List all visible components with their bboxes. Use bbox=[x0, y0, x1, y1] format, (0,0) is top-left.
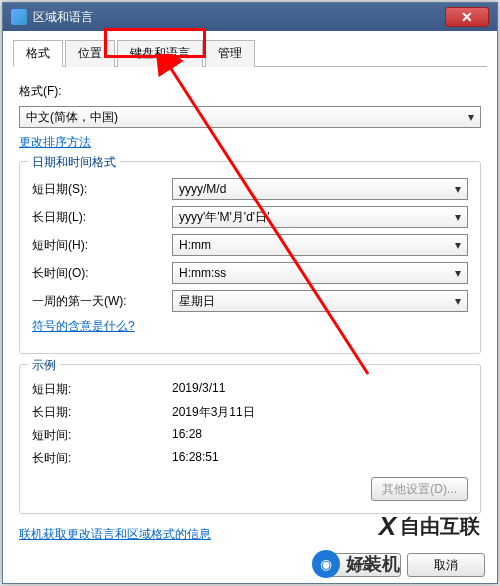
long-date-label: 长日期(L): bbox=[32, 209, 172, 226]
format-label: 格式(F): bbox=[19, 83, 481, 100]
first-day-dropdown[interactable]: 星期日 bbox=[172, 290, 468, 312]
tab-format[interactable]: 格式 bbox=[13, 40, 63, 67]
sort-method-link[interactable]: 更改排序方法 bbox=[19, 135, 91, 149]
watermark-2-text: 好装机 bbox=[346, 552, 400, 576]
datetime-group: 日期和时间格式 短日期(S): yyyy/M/d 长日期(L): yyyy'年'… bbox=[19, 161, 481, 354]
datetime-group-title: 日期和时间格式 bbox=[28, 154, 120, 171]
watermark-2: ◉ 好装机 bbox=[312, 550, 400, 578]
ex-long-time-value: 16:28:51 bbox=[172, 450, 468, 467]
short-time-dropdown[interactable]: H:mm bbox=[172, 234, 468, 256]
region-language-window: 区域和语言 ✕ 格式 位置 键盘和语言 管理 格式(F): 中文(简体，中国) … bbox=[2, 2, 498, 584]
short-date-label: 短日期(S): bbox=[32, 181, 172, 198]
first-day-value: 星期日 bbox=[179, 293, 215, 310]
ex-short-time-value: 16:28 bbox=[172, 427, 468, 444]
ex-short-date-value: 2019/3/11 bbox=[172, 381, 468, 398]
format-dropdown[interactable]: 中文(简体，中国) bbox=[19, 106, 481, 128]
short-time-label: 短时间(H): bbox=[32, 237, 172, 254]
format-value: 中文(简体，中国) bbox=[26, 109, 118, 126]
camera-icon: ◉ bbox=[312, 550, 340, 578]
tab-content-format: 格式(F): 中文(简体，中国) 更改排序方法 日期和时间格式 短日期(S): … bbox=[13, 67, 487, 555]
short-date-dropdown[interactable]: yyyy/M/d bbox=[172, 178, 468, 200]
tab-keyboard-language[interactable]: 键盘和语言 bbox=[117, 40, 203, 67]
window-title: 区域和语言 bbox=[33, 9, 445, 26]
example-group: 示例 短日期: 2019/3/11 长日期: 2019年3月11日 短时间: 1… bbox=[19, 364, 481, 514]
online-info-link[interactable]: 联机获取更改语言和区域格式的信息 bbox=[19, 527, 211, 541]
client-area: 格式 位置 键盘和语言 管理 格式(F): 中文(简体，中国) 更改排序方法 日… bbox=[3, 31, 497, 563]
close-button[interactable]: ✕ bbox=[445, 7, 489, 27]
symbol-meaning-link[interactable]: 符号的含意是什么? bbox=[32, 319, 135, 333]
titlebar: 区域和语言 ✕ bbox=[3, 3, 497, 31]
cancel-button[interactable]: 取消 bbox=[407, 553, 485, 577]
short-time-value: H:mm bbox=[179, 238, 211, 252]
globe-icon bbox=[11, 9, 27, 25]
long-date-dropdown[interactable]: yyyy'年'M'月'd'日' bbox=[172, 206, 468, 228]
long-time-value: H:mm:ss bbox=[179, 266, 226, 280]
ex-long-date-label: 长日期: bbox=[32, 404, 172, 421]
tab-admin[interactable]: 管理 bbox=[205, 40, 255, 67]
tab-strip: 格式 位置 键盘和语言 管理 bbox=[13, 39, 487, 67]
other-settings-button[interactable]: 其他设置(D)... bbox=[371, 477, 468, 501]
long-time-dropdown[interactable]: H:mm:ss bbox=[172, 262, 468, 284]
example-group-title: 示例 bbox=[28, 357, 60, 374]
ex-long-date-value: 2019年3月11日 bbox=[172, 404, 468, 421]
long-date-value: yyyy'年'M'月'd'日' bbox=[179, 209, 269, 226]
watermark-x-icon: X bbox=[379, 511, 396, 542]
tab-location[interactable]: 位置 bbox=[65, 40, 115, 67]
ex-short-date-label: 短日期: bbox=[32, 381, 172, 398]
ex-short-time-label: 短时间: bbox=[32, 427, 172, 444]
watermark-1-text: 自由互联 bbox=[400, 513, 480, 540]
first-day-label: 一周的第一天(W): bbox=[32, 293, 172, 310]
short-date-value: yyyy/M/d bbox=[179, 182, 226, 196]
ex-long-time-label: 长时间: bbox=[32, 450, 172, 467]
watermark-1: X 自由互联 bbox=[379, 511, 480, 542]
close-icon: ✕ bbox=[461, 9, 473, 25]
long-time-label: 长时间(O): bbox=[32, 265, 172, 282]
